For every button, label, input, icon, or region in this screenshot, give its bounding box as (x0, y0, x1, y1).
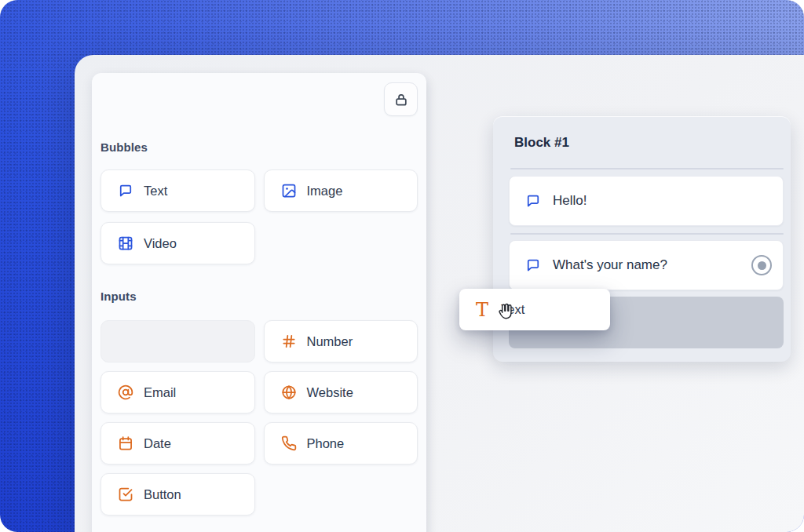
film-icon (118, 235, 133, 251)
tool-phone-input[interactable]: Phone (264, 422, 418, 465)
tool-video-bubble[interactable]: Video (100, 222, 255, 264)
tool-label: Image (307, 184, 343, 199)
tool-label: Phone (307, 436, 345, 451)
tool-text-bubble[interactable]: Text (100, 169, 255, 212)
bubbles-section-label: Bubbles (100, 140, 148, 154)
tool-label: Number (307, 334, 353, 349)
bubble-text: Hello! (553, 193, 587, 209)
tool-label: Text (144, 184, 167, 199)
phone-icon (281, 435, 297, 451)
chat-bubble-icon (525, 257, 541, 273)
block-item-hello[interactable]: Hello! (509, 176, 784, 226)
blocks-sidebar: Bubbles Text (92, 73, 426, 532)
tool-label: Email (144, 385, 176, 400)
tool-date-input[interactable]: Date (100, 422, 255, 465)
lock-sidebar-button[interactable] (384, 82, 418, 116)
bubble-text: What's your name? (553, 257, 667, 273)
hand-cursor-icon (495, 301, 516, 322)
text-serif-icon: T (476, 301, 488, 319)
app-screen: Bubbles Text (0, 0, 804, 532)
tool-label: Date (144, 436, 171, 451)
hash-icon (281, 333, 297, 349)
inputs-section-label: Inputs (100, 290, 137, 303)
flow-canvas[interactable]: Bubbles Text (75, 55, 804, 532)
connection-port[interactable] (751, 255, 772, 275)
connection-port-dot (758, 261, 766, 270)
inputs-grid: Number Email (100, 320, 418, 516)
chat-bubble-icon (525, 193, 541, 209)
chat-bubble-icon (118, 183, 133, 199)
tool-number-input[interactable]: Number (264, 320, 418, 363)
lock-icon (393, 92, 409, 107)
tool-button-input[interactable]: Button (100, 473, 255, 516)
block-title: Block #1 (514, 135, 791, 152)
drag-source-ghost-slot (100, 320, 255, 363)
tool-label: Website (307, 385, 353, 400)
tool-image-bubble[interactable]: Image (264, 169, 418, 212)
checkbox-icon (118, 486, 133, 502)
dragged-text-input-item[interactable]: T Text (459, 289, 610, 330)
bubbles-grid: Text Image (100, 169, 418, 264)
block-divider (510, 168, 784, 169)
tool-label: Button (144, 487, 181, 502)
calendar-icon (118, 435, 133, 451)
block-item-question[interactable]: What's your name? (509, 240, 784, 290)
image-icon (281, 183, 297, 199)
tool-label: Video (144, 236, 177, 251)
at-sign-icon (118, 384, 133, 400)
tool-email-input[interactable]: Email (100, 371, 255, 414)
globe-icon (281, 384, 297, 400)
block-divider (510, 233, 784, 235)
tool-website-input[interactable]: Website (264, 371, 418, 414)
